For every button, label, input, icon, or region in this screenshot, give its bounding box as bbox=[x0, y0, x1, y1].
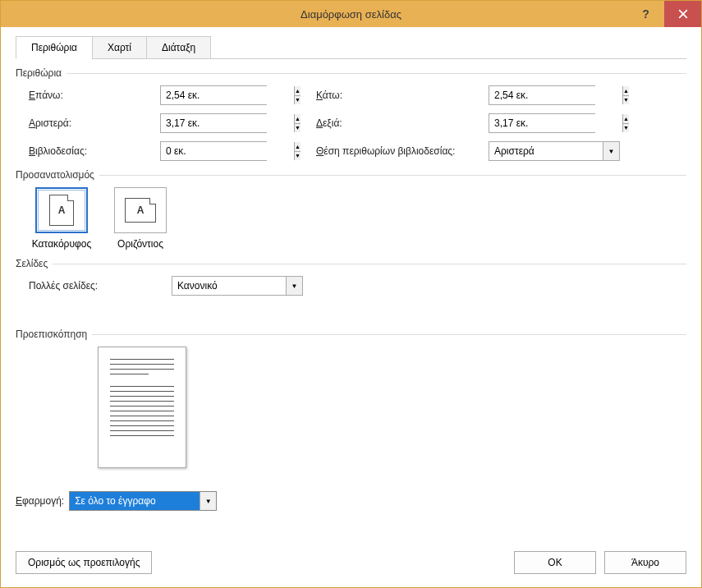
label-bottom: Κάτω: bbox=[316, 90, 489, 101]
orientation-row: A Κατακόρυφος A Οριζόντιος bbox=[16, 187, 686, 250]
preview-page-icon bbox=[98, 347, 186, 468]
tab-margins[interactable]: Περιθώρια bbox=[16, 36, 93, 59]
spinner-left[interactable]: ▲▼ bbox=[160, 113, 267, 133]
label-right: Δεξιά: bbox=[316, 117, 489, 129]
group-title-pages: Σελίδες bbox=[16, 258, 48, 269]
group-header-pages: Σελίδες bbox=[16, 258, 686, 269]
group-pages: Σελίδες Πολλές σελίδες: Κανονικό ▼ bbox=[16, 258, 686, 296]
help-button[interactable]: ? bbox=[627, 1, 664, 27]
spin-up-icon[interactable]: ▲ bbox=[295, 114, 301, 124]
spinner-right[interactable]: ▲▼ bbox=[489, 113, 595, 133]
set-default-button[interactable]: Ορισμός ως προεπιλογής bbox=[16, 551, 152, 574]
apply-row: Εφαρμογή: Σε όλο το έγγραφο ▼ bbox=[16, 491, 686, 511]
spin-bottom[interactable]: ▲▼ bbox=[622, 86, 629, 104]
portrait-icon: A bbox=[35, 187, 88, 233]
spinner-bottom[interactable]: ▲▼ bbox=[489, 85, 595, 105]
group-header-preview: Προεπισκόπηση bbox=[16, 328, 686, 340]
titlebar-controls: ? bbox=[627, 1, 701, 27]
orientation-portrait[interactable]: A Κατακόρυφος bbox=[29, 187, 94, 250]
group-header-margins: Περιθώρια bbox=[16, 67, 686, 79]
select-multi-pages[interactable]: Κανονικό ▼ bbox=[172, 276, 303, 296]
spin-down-icon[interactable]: ▼ bbox=[295, 96, 301, 105]
cancel-button[interactable]: Άκυρο bbox=[604, 551, 686, 574]
spinner-gutter[interactable]: ▲▼ bbox=[160, 141, 267, 161]
dialog-content: Περιθώρια Χαρτί Διάταξη Περιθώρια Επάνω:… bbox=[1, 27, 701, 526]
spin-down-icon[interactable]: ▼ bbox=[295, 124, 301, 133]
group-orientation: Προσανατολισμός A Κατακόρυφος A Οριζόντι… bbox=[16, 169, 686, 250]
spin-top[interactable]: ▲▼ bbox=[294, 86, 301, 104]
spin-right[interactable]: ▲▼ bbox=[622, 114, 629, 132]
select-gutter-pos-value: Αριστερά bbox=[489, 142, 603, 160]
chevron-down-icon[interactable]: ▼ bbox=[603, 142, 619, 160]
select-apply-to[interactable]: Σε όλο το έγγραφο ▼ bbox=[69, 491, 217, 511]
label-gutter-pos: Θέση περιθωρίων βιβλιοδεσίας: bbox=[316, 145, 489, 157]
input-bottom[interactable] bbox=[489, 86, 622, 104]
preview-area bbox=[16, 347, 686, 468]
chevron-down-icon[interactable]: ▼ bbox=[286, 277, 302, 295]
group-preview: Προεπισκόπηση Εφαρμογή: Σε όλο το έγγραφ… bbox=[16, 328, 686, 511]
input-top[interactable] bbox=[161, 86, 294, 104]
page-setup-dialog: Διαμόρφωση σελίδας ? Περιθώρια Χαρτί Διά… bbox=[0, 0, 702, 588]
tab-layout[interactable]: Διάταξη bbox=[146, 36, 211, 59]
group-title-orientation: Προσανατολισμός bbox=[16, 169, 94, 181]
spin-down-icon[interactable]: ▼ bbox=[295, 152, 301, 161]
spin-up-icon[interactable]: ▲ bbox=[623, 86, 629, 96]
pages-row: Πολλές σελίδες: Κανονικό ▼ bbox=[16, 276, 686, 296]
group-title-margins: Περιθώρια bbox=[16, 67, 62, 79]
label-top: Επάνω: bbox=[29, 90, 160, 101]
label-left: Αριστερά: bbox=[29, 117, 160, 129]
label-multi-pages: Πολλές σελίδες: bbox=[29, 280, 147, 292]
label-gutter: Βιβλιοδεσίας: bbox=[29, 145, 160, 157]
select-gutter-pos[interactable]: Αριστερά ▼ bbox=[489, 141, 620, 161]
group-header-orientation: Προσανατολισμός bbox=[16, 169, 686, 181]
portrait-label: Κατακόρυφος bbox=[29, 238, 94, 250]
spin-up-icon[interactable]: ▲ bbox=[623, 114, 629, 124]
select-apply-to-value: Σε όλο το έγγραφο bbox=[70, 492, 200, 510]
footer-right: OK Άκυρο bbox=[514, 551, 686, 574]
group-margins: Περιθώρια Επάνω: ▲▼ Κάτω: ▲▼ Αριστερά: ▲… bbox=[16, 67, 686, 161]
landscape-icon: A bbox=[114, 187, 167, 233]
spin-left[interactable]: ▲▼ bbox=[294, 114, 301, 132]
input-right[interactable] bbox=[489, 114, 622, 132]
chevron-down-icon[interactable]: ▼ bbox=[200, 492, 216, 510]
label-apply-to: Εφαρμογή: bbox=[16, 495, 64, 507]
select-multi-pages-value: Κανονικό bbox=[172, 277, 286, 295]
group-title-preview: Προεπισκόπηση bbox=[16, 328, 87, 340]
ok-button[interactable]: OK bbox=[514, 551, 596, 574]
spinner-top[interactable]: ▲▼ bbox=[160, 85, 267, 105]
tab-paper[interactable]: Χαρτί bbox=[92, 36, 147, 59]
titlebar: Διαμόρφωση σελίδας ? bbox=[1, 1, 701, 27]
spin-up-icon[interactable]: ▲ bbox=[295, 142, 301, 152]
input-left[interactable] bbox=[161, 114, 294, 132]
dialog-title: Διαμόρφωση σελίδας bbox=[1, 8, 701, 21]
dialog-footer: Ορισμός ως προεπιλογής OK Άκυρο bbox=[16, 551, 686, 574]
spin-gutter[interactable]: ▲▼ bbox=[294, 142, 301, 160]
close-icon bbox=[678, 9, 688, 19]
spin-up-icon[interactable]: ▲ bbox=[295, 86, 301, 96]
tabstrip: Περιθώρια Χαρτί Διάταξη bbox=[16, 35, 686, 59]
landscape-label: Οριζόντιος bbox=[108, 238, 173, 250]
close-button[interactable] bbox=[664, 1, 701, 27]
spin-down-icon[interactable]: ▼ bbox=[623, 124, 629, 133]
margins-grid: Επάνω: ▲▼ Κάτω: ▲▼ Αριστερά: ▲▼ Δεξιά: bbox=[16, 85, 686, 161]
input-gutter[interactable] bbox=[161, 142, 294, 160]
spin-down-icon[interactable]: ▼ bbox=[623, 96, 629, 105]
orientation-landscape[interactable]: A Οριζόντιος bbox=[108, 187, 173, 250]
